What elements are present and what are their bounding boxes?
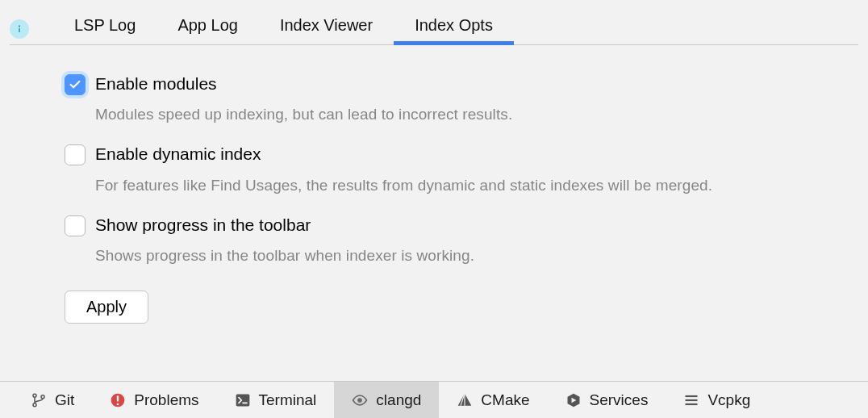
svg-point-3 [33,403,36,406]
tab-app-log[interactable]: App Log [156,8,259,44]
options-panel: Enable modules Modules speed up indexing… [0,45,868,381]
terminal-icon [235,392,251,408]
list-icon [683,392,699,408]
toolwindow-clangd[interactable]: clangd [334,382,439,418]
option-enable-modules: Enable modules Modules speed up indexing… [65,73,868,123]
toolwindow-problems[interactable]: Problems [92,382,216,418]
tab-index-viewer[interactable]: Index Viewer [259,8,394,44]
services-icon [565,392,582,408]
toolwindow-label: Vcpkg [707,391,750,409]
tab-index-opts[interactable]: Index Opts [394,8,514,44]
checkbox-enable-dynamic-index[interactable] [65,144,86,165]
svg-point-0 [19,25,20,27]
toolwindow-label: Git [55,391,74,409]
option-label: Enable modules [95,73,512,94]
option-label: Show progress in the toolbar [95,214,474,236]
apply-button[interactable]: Apply [65,291,148,324]
tool-window-bar: Git Problems Terminal clangd CMake [0,381,868,418]
checkbox-show-progress[interactable] [65,215,86,236]
toolwindow-cmake[interactable]: CMake [439,382,547,418]
cmake-icon [457,392,473,408]
toolwindow-terminal[interactable]: Terminal [217,382,335,418]
toolwindow-label: Terminal [259,391,317,409]
option-desc: Shows progress in the toolbar when index… [95,247,474,265]
toolwindow-git[interactable]: Git [13,382,92,418]
toolwindow-label: CMake [481,391,529,409]
svg-point-10 [358,398,363,403]
svg-rect-8 [236,394,249,406]
svg-point-4 [41,395,44,398]
svg-rect-6 [117,395,119,402]
toolwindow-vcpkg[interactable]: Vcpkg [666,382,768,418]
toolwindow-services[interactable]: Services [548,382,666,418]
svg-point-7 [117,403,119,405]
tab-lsp-log[interactable]: LSP Log [53,8,156,44]
option-label: Enable dynamic index [95,143,712,165]
info-icon [10,19,29,39]
option-desc: For features like Find Usages, the resul… [95,177,712,194]
option-enable-dynamic-index: Enable dynamic index For features like F… [65,143,868,194]
eye-icon [352,392,368,408]
svg-point-2 [33,394,36,397]
svg-rect-1 [19,27,20,31]
checkbox-enable-modules[interactable] [65,74,86,95]
tab-bar: LSP Log App Log Index Viewer Index Opts [0,0,868,44]
error-icon [110,392,126,408]
toolwindow-label: clangd [376,391,421,409]
option-show-progress: Show progress in the toolbar Shows progr… [65,214,868,265]
option-desc: Modules speed up indexing, but can lead … [95,106,512,123]
toolwindow-label: Services [590,391,649,409]
branch-icon [31,392,47,408]
toolwindow-label: Problems [134,391,198,409]
